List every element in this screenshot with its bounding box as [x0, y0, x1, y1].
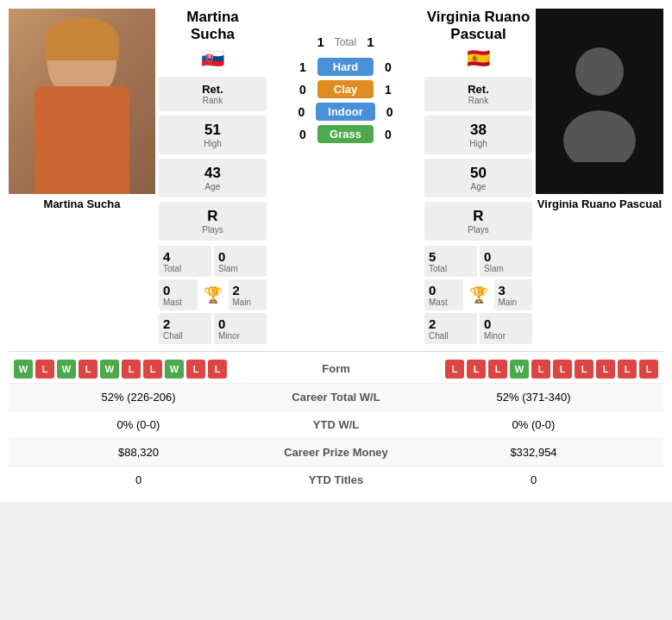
main-container: Martina Sucha MartinaSucha 🇸🇰 Ret. Rank …	[0, 0, 672, 502]
player1-flag: 🇸🇰	[159, 47, 267, 70]
p2-main-cell: 3 Main	[494, 279, 533, 310]
svg-point-0	[575, 47, 624, 96]
svg-point-1	[563, 110, 636, 162]
p1-total: 1	[317, 34, 323, 49]
p1-mast-cell: 0 Mast	[159, 279, 198, 310]
player1-photo	[9, 9, 155, 194]
p1-minor-cell: 0 Minor	[214, 313, 267, 344]
p1-hard: 1	[295, 60, 311, 74]
grass-row: 0 Grass 0	[270, 125, 421, 143]
player2-ret-rank: Ret. Rank	[424, 77, 532, 111]
career-wl-row: 52% (226-206) Career Total W/L 52% (371-…	[9, 384, 663, 411]
p1-ytd-wl: 0% (0-0)	[9, 418, 263, 431]
p2-slam-cell: 0 Slam	[480, 246, 532, 277]
p2-clay: 1	[380, 83, 396, 97]
p2-chall-cell: 2 Chall	[424, 313, 477, 344]
player1-age-block: 43 Age	[159, 159, 267, 197]
p1-form-l5: L	[186, 360, 205, 379]
player2-titles: 5 Total 0 Slam 0 Mast 🏆 3 Main	[424, 246, 532, 344]
player2-photo-area: Virginia Ruano Pascual	[536, 9, 663, 241]
p2-form-l8: L	[618, 360, 637, 379]
form-label: Form	[263, 362, 409, 375]
p1-form: W L W L W L L W L L	[9, 360, 263, 379]
player2-flag: 🇪🇸	[424, 47, 532, 70]
surface-comparison: 1 Total 1 1 Hard 0 0 Clay 1	[270, 9, 421, 241]
player1-center-panel: MartinaSucha 🇸🇰 Ret. Rank 51 High 43 Age…	[159, 9, 267, 241]
hard-button[interactable]: Hard	[317, 58, 374, 76]
player2-center-panel: Virginia RuanoPascual 🇪🇸 Ret. Rank 38 Hi…	[424, 9, 532, 241]
indoor-button[interactable]: Indoor	[316, 103, 374, 121]
middle-panel: MartinaSucha 🇸🇰 Ret. Rank 51 High 43 Age…	[159, 9, 532, 241]
p1-trophy-icon: 🏆	[200, 285, 226, 304]
p1-form-w4: W	[165, 360, 184, 379]
p1-form-l6: L	[208, 360, 227, 379]
p2-hard: 0	[380, 60, 396, 74]
total-row: 1 Total 1	[270, 34, 421, 49]
ytd-titles-label: YTD Titles	[263, 473, 409, 486]
p1-prize: $88,320	[9, 446, 263, 459]
p1-form-l4: L	[143, 360, 162, 379]
form-row: W L W L W L L W L L Form L L L W L L L L	[9, 355, 663, 384]
p2-prize: $332,954	[409, 446, 663, 459]
ytd-wl-label: YTD W/L	[263, 418, 409, 431]
prize-row: $88,320 Career Prize Money $332,954	[9, 439, 663, 467]
player2-photo	[536, 9, 663, 194]
p1-form-l2: L	[79, 360, 97, 379]
p1-slam-cell: 0 Slam	[214, 246, 267, 277]
player2-name-label: Virginia Ruano Pascual	[536, 194, 663, 216]
player2-age-block: 50 Age	[424, 159, 532, 197]
p2-total: 1	[367, 34, 374, 49]
p2-career-wl: 52% (371-340)	[409, 391, 663, 404]
p1-ytd-titles: 0	[9, 473, 263, 486]
p2-form-l1: L	[445, 360, 464, 379]
career-wl-label: Career Total W/L	[263, 391, 409, 404]
p1-grass: 0	[295, 128, 311, 141]
p2-indoor: 0	[382, 105, 398, 119]
p2-mast-cell: 0 Mast	[424, 279, 463, 310]
clay-button[interactable]: Clay	[317, 80, 374, 98]
clay-row: 0 Clay 1	[270, 80, 421, 98]
p1-indoor: 0	[293, 105, 309, 119]
player1-plays-block: R Plays	[159, 202, 267, 241]
player2-plays-block: R Plays	[424, 202, 532, 241]
p2-form-w1: W	[510, 360, 529, 379]
p2-form-l2: L	[467, 360, 486, 379]
p2-minor-cell: 0 Minor	[480, 313, 532, 344]
bottom-section: W L W L W L L W L L Form L L L W L L L L	[9, 351, 663, 493]
player2-high-block: 38 High	[424, 116, 532, 154]
p2-form-l7: L	[596, 360, 615, 379]
ytd-wl-row: 0% (0-0) YTD W/L 0% (0-0)	[9, 411, 663, 439]
silhouette-icon	[556, 41, 643, 162]
p2-ytd-wl: 0% (0-0)	[409, 418, 663, 431]
player1-ret-rank: Ret. Rank	[159, 77, 267, 111]
p1-form-w2: W	[57, 360, 76, 379]
player1-titles: 4 Total 0 Slam 0 Mast 🏆 2 Main	[159, 246, 267, 344]
p1-chall-cell: 2 Chall	[159, 313, 211, 344]
p1-career-wl: 52% (226-206)	[9, 391, 263, 404]
player1-name-center: MartinaSucha	[159, 9, 267, 44]
p2-ytd-titles: 0	[409, 473, 663, 486]
p1-total-cell: 4 Total	[159, 246, 211, 277]
p2-form-l4: L	[531, 360, 550, 379]
p1-form-l1: L	[35, 360, 54, 379]
total-label: Total	[335, 36, 356, 48]
grass-button[interactable]: Grass	[317, 125, 374, 143]
indoor-row: 0 Indoor 0	[270, 103, 421, 121]
p2-form: L L L W L L L L L L	[409, 360, 663, 379]
p1-form-w1: W	[14, 360, 33, 379]
p2-total-cell: 5 Total	[424, 246, 477, 277]
player1-high-block: 51 High	[159, 116, 267, 154]
p1-form-w3: W	[100, 360, 119, 379]
p2-form-l5: L	[553, 360, 572, 379]
player2-name-center: Virginia RuanoPascual	[424, 9, 532, 44]
p2-trophy-icon: 🏆	[466, 285, 492, 304]
prize-label: Career Prize Money	[263, 446, 409, 459]
p1-main-cell: 2 Main	[229, 279, 267, 310]
player1-name-label: Martina Sucha	[9, 194, 155, 214]
p2-grass: 0	[380, 128, 396, 141]
p2-form-l6: L	[575, 360, 593, 379]
player1-photo-area: Martina Sucha	[9, 9, 155, 241]
p2-form-l9: L	[639, 360, 658, 379]
p1-form-l3: L	[122, 360, 141, 379]
ytd-titles-row: 0 YTD Titles 0	[9, 467, 663, 493]
